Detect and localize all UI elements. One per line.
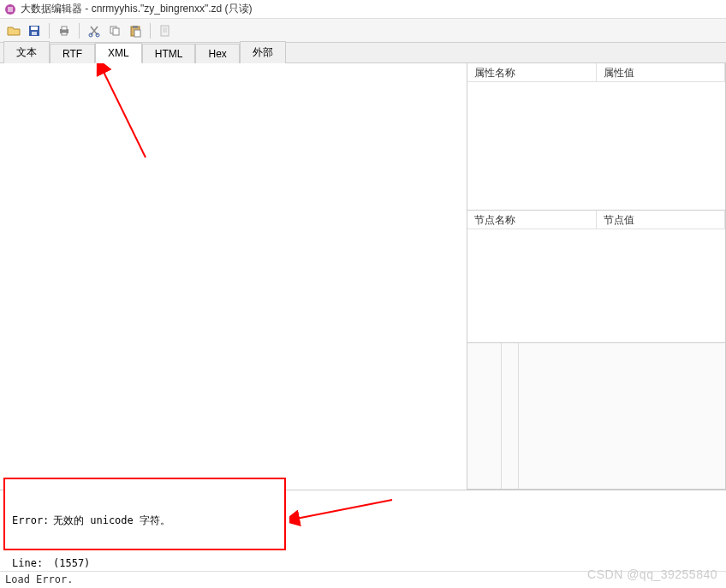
nodes-panel: 节点名称 节点值 bbox=[467, 211, 725, 343]
app-icon bbox=[3, 3, 17, 16]
right-panel: 属性名称 属性值 节点名称 节点值 bbox=[467, 63, 726, 490]
window-title: 大数据编辑器 - cnrmyyhis."zy_bingrenxx".zd (只读… bbox=[21, 2, 253, 16]
attributes-header: 属性名称 属性值 bbox=[467, 63, 725, 82]
extra-panel bbox=[467, 343, 725, 490]
status-text: Load Error. bbox=[5, 573, 73, 585]
svg-rect-13 bbox=[133, 26, 138, 28]
nodes-col-value[interactable]: 节点值 bbox=[597, 211, 726, 229]
nodes-col-name[interactable]: 节点名称 bbox=[467, 211, 597, 229]
svg-rect-1 bbox=[8, 7, 13, 12]
toolbar bbox=[0, 19, 726, 43]
open-button[interactable] bbox=[5, 22, 22, 39]
error-line-value: (1557) bbox=[53, 556, 90, 571]
doc-button[interactable] bbox=[157, 22, 174, 39]
tab-rtf[interactable]: RTF bbox=[50, 44, 95, 63]
print-button[interactable] bbox=[56, 22, 73, 39]
svg-rect-14 bbox=[134, 30, 140, 37]
tabbar: 文本 RTF XML HTML Hex 外部 bbox=[0, 43, 726, 63]
svg-line-17 bbox=[296, 500, 392, 519]
titlebar: 大数据编辑器 - cnrmyyhis."zy_bingrenxx".zd (只读… bbox=[0, 0, 726, 19]
extra-slot bbox=[467, 343, 502, 489]
svg-rect-15 bbox=[161, 26, 169, 36]
copy-button[interactable] bbox=[106, 22, 123, 39]
toolbar-separator bbox=[150, 23, 151, 39]
attributes-col-name[interactable]: 属性名称 bbox=[467, 63, 597, 81]
save-button[interactable] bbox=[26, 22, 43, 39]
svg-rect-3 bbox=[31, 27, 38, 30]
arrow-annotation-bottom bbox=[289, 495, 401, 529]
toolbar-separator bbox=[79, 23, 80, 39]
xml-content-panel[interactable] bbox=[0, 63, 467, 490]
nodes-header: 节点名称 节点值 bbox=[467, 211, 725, 229]
error-message: 无效的 unicode 字符。 bbox=[53, 514, 170, 528]
tab-xml[interactable]: XML bbox=[95, 43, 142, 63]
tab-hex[interactable]: Hex bbox=[195, 44, 239, 63]
svg-rect-4 bbox=[32, 32, 37, 35]
error-box: Error:无效的 unicode 字符。 Line:(1557) Text:<… bbox=[3, 478, 286, 550]
extra-slot bbox=[502, 343, 519, 489]
tab-html[interactable]: HTML bbox=[142, 44, 196, 63]
tab-text[interactable]: 文本 bbox=[3, 41, 50, 63]
watermark: CSDN @qq_39255840 bbox=[587, 567, 717, 581]
error-label: Error: bbox=[12, 514, 53, 528]
cut-button[interactable] bbox=[86, 22, 103, 39]
attributes-panel: 属性名称 属性值 bbox=[467, 63, 725, 211]
tab-external[interactable]: 外部 bbox=[240, 41, 286, 63]
error-line-label: Line: bbox=[12, 556, 53, 571]
paste-button[interactable] bbox=[127, 22, 144, 39]
attributes-col-value[interactable]: 属性值 bbox=[597, 63, 726, 81]
svg-rect-7 bbox=[62, 33, 67, 35]
svg-rect-11 bbox=[113, 28, 119, 35]
toolbar-separator bbox=[49, 23, 50, 39]
svg-rect-6 bbox=[62, 27, 67, 30]
main-area: 属性名称 属性值 节点名称 节点值 bbox=[0, 63, 726, 490]
